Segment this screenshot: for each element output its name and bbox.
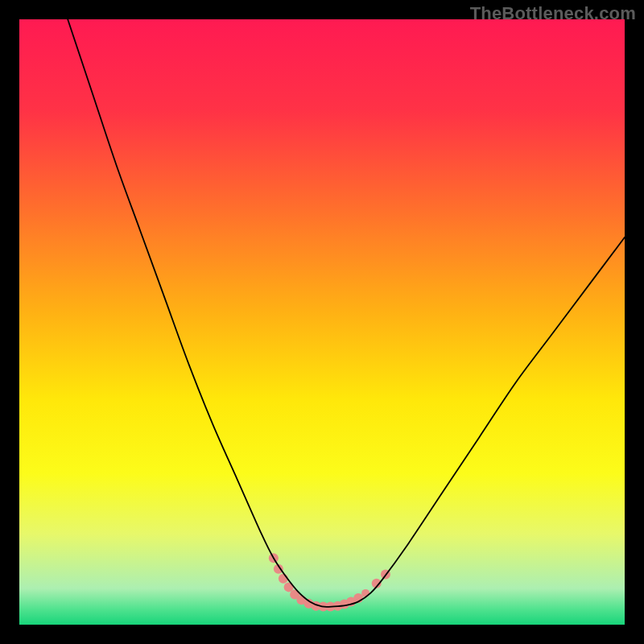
chart-svg [19, 19, 625, 625]
chart-background [19, 19, 625, 625]
chart-frame: TheBottleneck.com [0, 0, 644, 644]
plot-area [19, 19, 625, 625]
marker-point [361, 589, 369, 597]
